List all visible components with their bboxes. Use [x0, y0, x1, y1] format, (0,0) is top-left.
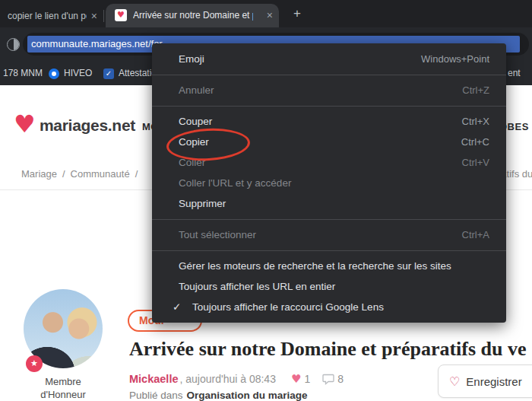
tab-close-icon[interactable]: × — [91, 10, 97, 22]
bookmark-178-mnm[interactable]: 178 MNM — [3, 68, 43, 78]
split-circle-icon[interactable] — [7, 38, 20, 51]
breadcrumb-item-mariage[interactable]: Mariage — [21, 168, 57, 180]
context-menu: Emoji Windows+Point Annuler Ctrl+Z Coupe… — [152, 43, 506, 323]
menu-item-tout-selectionner: Tout sélectionner Ctrl+A — [152, 224, 506, 245]
comment-icon[interactable] — [322, 374, 334, 385]
menu-separator — [152, 75, 506, 75]
tab-2-active[interactable]: ♥ Arrivée sur notre Domaine et pr × — [106, 4, 279, 27]
menu-shortcut: Ctrl+A — [462, 224, 489, 245]
menu-item-gerer-moteurs[interactable]: Gérer les moteurs de recherche et la rec… — [152, 256, 506, 276]
tab-1-title: copier le lien d'un po — [8, 11, 87, 21]
breadcrumb-separator: / — [62, 168, 65, 180]
tab-close-icon[interactable]: × — [267, 9, 273, 21]
site-logo[interactable]: mariages.net — [40, 116, 135, 135]
published-prefix: Publié dans — [129, 390, 183, 401]
menu-item-coller-url: Coller l'URL et y accéder — [152, 173, 506, 193]
menu-shortcut: Ctrl+C — [461, 132, 489, 152]
logo-heart-icon: ♥ — [14, 110, 36, 138]
menu-item-emoji[interactable]: Emoji Windows+Point — [152, 49, 506, 69]
comments-count[interactable]: 8 — [337, 373, 344, 385]
bookmark-fragment[interactable]: ent — [508, 68, 521, 78]
post-category[interactable]: Organisation du mariage — [187, 390, 308, 401]
menu-item-raccourci-google-lens[interactable]: ✓Toujours afficher le raccourci Google L… — [152, 297, 506, 317]
menu-shortcut: Ctrl+X — [462, 111, 489, 132]
menu-separator — [152, 106, 506, 107]
breadcrumb-item-communaute[interactable]: Communauté — [71, 168, 130, 180]
menu-separator — [152, 250, 506, 251]
menu-shortcut: Ctrl+Z — [462, 80, 489, 100]
likes-count[interactable]: 1 — [304, 373, 310, 385]
hiveo-favicon-icon — [49, 68, 59, 79]
tab-2-title: Arrivée sur notre Domaine et pr — [133, 10, 253, 21]
member-honor-label-1: Membre — [24, 376, 103, 387]
menu-item-annuler: Annuler Ctrl+Z — [152, 80, 506, 100]
attestation-favicon-icon: ✓ — [103, 68, 114, 79]
post-meta: , aujourd'hui à 08:43 — [180, 373, 276, 385]
breadcrumb: Mariage/Communauté/ — [21, 168, 143, 180]
member-star-icon: ★ — [26, 355, 43, 372]
bookmark-attestation[interactable]: Attestatio — [119, 68, 157, 78]
member-honor-label-2: d'Honneur — [24, 389, 103, 400]
save-button[interactable]: ♡ Enregistrer — [438, 364, 532, 398]
post-byline: Mickaelle , aujourd'hui à 08:43 ♥ 1 8 — [129, 372, 344, 386]
likes-heart-icon[interactable]: ♥ — [291, 372, 301, 386]
checkmark-icon: ✓ — [173, 297, 192, 317]
tab-1[interactable]: copier le lien d'un po × — [0, 5, 102, 27]
menu-shortcut: Windows+Point — [421, 49, 489, 69]
breadcrumb-separator: / — [135, 168, 138, 180]
post-author[interactable]: Mickaelle — [129, 373, 179, 385]
save-heart-icon: ♡ — [449, 374, 460, 389]
post-title: Arrivée sur notre Domaine et préparatifs… — [129, 338, 532, 361]
menu-item-supprimer[interactable]: Supprimer — [152, 193, 506, 214]
save-button-label: Enregistrer — [466, 375, 521, 388]
menu-item-afficher-url-entier[interactable]: Toujours afficher les URL en entier — [152, 276, 506, 297]
mariages-favicon-heart-icon: ♥ — [115, 9, 127, 21]
menu-separator — [152, 219, 506, 220]
new-tab-button[interactable]: + — [289, 5, 306, 22]
menu-shortcut: Ctrl+V — [462, 152, 489, 173]
published-line: Publié dansOrganisation du mariage — [129, 390, 308, 401]
bookmark-hiveo[interactable]: HIVEO — [64, 68, 92, 78]
tab-divider — [103, 10, 104, 22]
